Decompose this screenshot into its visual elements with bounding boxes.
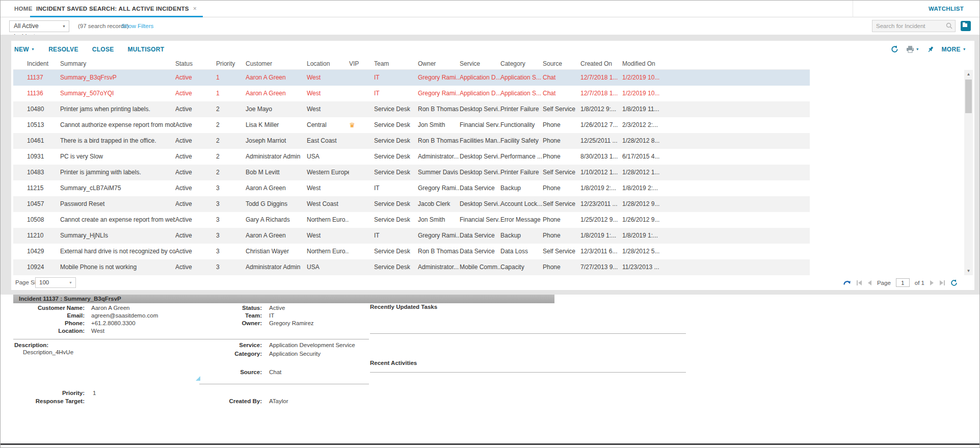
- cell-team: Service Desk: [374, 165, 418, 180]
- cell-service: Mobile Comm...: [460, 259, 500, 275]
- first-page-icon[interactable]: [856, 280, 862, 285]
- column-header-vip[interactable]: VIP: [349, 58, 374, 69]
- next-page-icon[interactable]: [930, 280, 934, 285]
- column-header-created[interactable]: Created On: [580, 58, 622, 69]
- saved-search-icon[interactable]: [961, 21, 971, 31]
- grid-row-10924[interactable]: 10924Mobile Phone is not workingActive3A…: [13, 259, 810, 275]
- cell-owner: Gregory Rami...: [418, 180, 460, 196]
- column-header-status[interactable]: Status: [175, 58, 216, 69]
- cell-source: Self Service: [543, 165, 580, 180]
- team-label: Team:: [194, 312, 262, 319]
- customer-name-value: Aaron A Green: [91, 305, 129, 311]
- scroll-down-icon[interactable]: ▼: [964, 267, 973, 275]
- toolbar-icons: ▼ MORE▼: [891, 41, 966, 58]
- show-filters-link[interactable]: Show Filters: [121, 17, 153, 35]
- cell-incident: 10508: [27, 212, 60, 228]
- watchlist-link[interactable]: WATCHLIST: [929, 1, 964, 17]
- cell-summary: Cannot authorize expense report from mob…: [60, 117, 175, 133]
- cell-incident: 10480: [27, 101, 60, 117]
- column-header-category[interactable]: Category: [500, 58, 543, 69]
- column-header-modified[interactable]: Modified On: [622, 58, 668, 69]
- cell-location: West: [307, 101, 349, 117]
- close-button[interactable]: CLOSE: [92, 46, 114, 53]
- grid-row-10483[interactable]: 10483Printer is jamming with labels.Acti…: [13, 165, 810, 180]
- detail-title-bar: Incident 11137 : Summary_B3qFrsvP: [13, 295, 554, 303]
- refresh-icon[interactable]: [891, 45, 898, 53]
- column-header-incident[interactable]: Incident: [27, 58, 60, 69]
- column-header-source[interactable]: Source: [543, 58, 580, 69]
- cell-owner: Jacob Clerk: [418, 196, 460, 212]
- tab-close-icon[interactable]: ×: [193, 5, 197, 12]
- cell-status: Active: [175, 70, 216, 86]
- pager-controls: Page of 1: [843, 275, 958, 290]
- tab-incident-saved-search[interactable]: INCIDENT SAVED SEARCH: ALL ACTIVE INCIDE…: [30, 1, 203, 17]
- new-button[interactable]: NEW▼: [14, 46, 35, 53]
- column-header-customer[interactable]: Customer: [246, 58, 307, 69]
- page-number-input[interactable]: [896, 278, 910, 287]
- grid-row-10461[interactable]: 10461There is a bird trapped in the offi…: [13, 133, 810, 149]
- cell-team: Service Desk: [374, 149, 418, 165]
- scrollbar-thumb[interactable]: [965, 80, 972, 113]
- cell-vip: [349, 212, 374, 228]
- cell-priority: 3: [216, 259, 246, 275]
- reload-page-icon[interactable]: [950, 279, 958, 286]
- grid-vertical-scrollbar[interactable]: ▲ ▼: [964, 70, 973, 275]
- grid-row-10480[interactable]: 10480Printer jams when printing labels.A…: [13, 101, 810, 117]
- grid-row-11137[interactable]: 11137Summary_B3qFrsvPActive1Aaron A Gree…: [13, 70, 810, 86]
- grid-row-10457[interactable]: 10457Password ResetActive3Todd G Diggins…: [13, 196, 810, 212]
- recently-updated-tasks-header: Recently Updated Tasks: [370, 304, 437, 310]
- last-page-icon[interactable]: [939, 280, 945, 285]
- scroll-up-icon[interactable]: ▲: [964, 70, 973, 78]
- pin-icon[interactable]: [927, 46, 934, 53]
- cell-status: Active: [175, 244, 216, 259]
- incident-detail-panel: Incident 11137 : Summary_B3qFrsvP Custom…: [1, 295, 979, 443]
- more-button[interactable]: MORE▼: [942, 46, 966, 53]
- textarea-resize-handle[interactable]: [196, 376, 200, 381]
- column-header-service[interactable]: Service: [460, 58, 500, 69]
- watch-icon[interactable]: [843, 279, 851, 286]
- page-size-dropdown[interactable]: 100 ▼: [35, 277, 76, 288]
- incident-search-input[interactable]: [876, 21, 942, 31]
- column-header-team[interactable]: Team: [374, 58, 418, 69]
- cell-category: Data Loss: [500, 244, 543, 259]
- cell-created: 1/8/2012 9:...: [580, 101, 622, 117]
- grid-row-10931[interactable]: 10931PC is very SlowActive2Administrator…: [13, 149, 810, 165]
- cell-vip: [349, 101, 374, 117]
- cell-category: Account Lock...: [500, 196, 543, 212]
- grid-row-11215[interactable]: 11215Summary_cLB7AiM75Active3Aaron A Gre…: [13, 180, 810, 196]
- grid-row-10508[interactable]: 10508Cannot create an expense report fro…: [13, 212, 810, 228]
- grid-row-11210[interactable]: 11210Summary_HjNLIsActive3Aaron A GreenW…: [13, 228, 810, 244]
- cell-created: 1/25/2012 9...: [580, 212, 622, 228]
- grid-row-10429[interactable]: 10429External hard drive is not recogniz…: [13, 244, 810, 259]
- chevron-down-icon: ▼: [963, 47, 966, 51]
- cell-modified: 1/28/2012 8...: [622, 133, 668, 149]
- cell-category: Facility Safety: [500, 133, 543, 149]
- cell-vip: [349, 244, 374, 259]
- cell-source: Phone: [543, 149, 580, 165]
- previous-page-icon[interactable]: [867, 280, 872, 285]
- source-value: Chat: [269, 369, 281, 375]
- cell-vip: ♛: [349, 117, 374, 133]
- cell-service: Desktop Servi...: [460, 149, 500, 165]
- tab-bar-divider: [853, 1, 853, 17]
- cell-source: Chat: [543, 86, 580, 101]
- cell-source: Phone: [543, 117, 580, 133]
- cell-location: Northern Euro...: [307, 244, 349, 259]
- grid-row-10513[interactable]: 10513Cannot authorize expense report fro…: [13, 117, 810, 133]
- service-label: Service:: [194, 342, 262, 348]
- column-header-location[interactable]: Location: [307, 58, 349, 69]
- resolve-button[interactable]: RESOLVE: [48, 46, 78, 53]
- print-icon[interactable]: ▼: [906, 45, 919, 53]
- multisort-button[interactable]: MULTISORT: [128, 46, 165, 53]
- description-value: Description_4HvUe: [23, 349, 73, 355]
- grid-row-11136[interactable]: 11136Summary_507oYQIActive1Aaron A Green…: [13, 86, 810, 101]
- cell-created: 8/30/2013 1...: [580, 149, 622, 165]
- column-header-summary[interactable]: Summary: [60, 58, 175, 69]
- saved-search-dropdown[interactable]: All Active Incidents ▼: [9, 20, 69, 32]
- cell-vip: [349, 196, 374, 212]
- content-background: NEW▼ RESOLVE CLOSE MULTISORT ▼: [1, 35, 979, 295]
- column-header-owner[interactable]: Owner: [418, 58, 460, 69]
- page-of-label: of 1: [915, 280, 924, 286]
- cell-team: Service Desk: [374, 196, 418, 212]
- column-header-priority[interactable]: Priority: [216, 58, 246, 69]
